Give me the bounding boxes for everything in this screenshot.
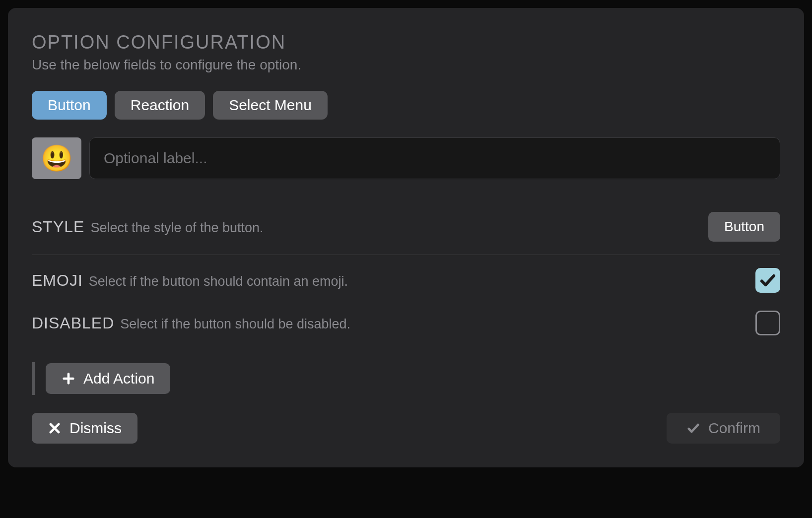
tab-reaction[interactable]: Reaction (115, 91, 205, 120)
style-desc: Select the style of the button. (90, 220, 263, 236)
style-select-button[interactable]: Button (708, 212, 780, 242)
modal-subtitle: Use the below fields to configure the op… (32, 57, 780, 73)
add-action-row: Add Action (32, 362, 780, 395)
style-option-row: STYLE Select the style of the button. Bu… (32, 203, 780, 255)
add-action-button[interactable]: Add Action (46, 363, 170, 394)
emoji-checkbox[interactable] (755, 268, 780, 293)
option-configuration-modal: OPTION CONFIGURATION Use the below field… (8, 8, 804, 467)
label-input[interactable] (89, 137, 780, 179)
label-input-row: 😃 (32, 137, 780, 179)
tab-button[interactable]: Button (32, 91, 107, 120)
disabled-label-group: DISABLED Select if the button should be … (32, 314, 350, 332)
disabled-title: DISABLED (32, 314, 114, 332)
style-title: STYLE (32, 218, 84, 236)
add-action-label: Add Action (83, 370, 154, 387)
close-icon (48, 421, 62, 435)
dismiss-label: Dismiss (69, 420, 122, 437)
check-icon (759, 271, 777, 289)
style-label-group: STYLE Select the style of the button. (32, 218, 264, 236)
emoji-title: EMOJI (32, 271, 83, 290)
emoji-label-group: EMOJI Select if the button should contai… (32, 271, 348, 290)
disabled-checkbox[interactable] (755, 311, 780, 335)
confirm-button[interactable]: Confirm (667, 413, 780, 444)
emoji-option-row: EMOJI Select if the button should contai… (32, 259, 780, 302)
dismiss-button[interactable]: Dismiss (32, 413, 137, 444)
action-indicator-bar (32, 362, 35, 395)
tabs-row: Button Reaction Select Menu (32, 91, 780, 120)
modal-title: OPTION CONFIGURATION (32, 32, 780, 53)
grinning-emoji-icon: 😃 (41, 143, 73, 174)
check-icon (686, 421, 700, 435)
emoji-desc: Select if the button should contain an e… (89, 274, 348, 289)
confirm-label: Confirm (708, 420, 760, 437)
emoji-picker-button[interactable]: 😃 (32, 137, 81, 179)
plus-icon (62, 372, 75, 386)
disabled-option-row: DISABLED Select if the button should be … (32, 302, 780, 344)
modal-footer: Dismiss Confirm (32, 413, 780, 444)
disabled-desc: Select if the button should be disabled. (120, 317, 350, 332)
tab-select-menu[interactable]: Select Menu (213, 91, 328, 120)
